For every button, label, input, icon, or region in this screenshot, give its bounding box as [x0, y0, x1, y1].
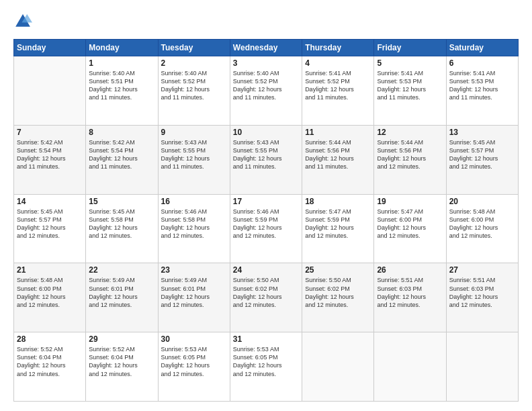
day-number: 6: [449, 58, 515, 68]
calendar-cell: 7Sunrise: 5:42 AM Sunset: 5:54 PM Daylig…: [14, 125, 86, 194]
day-info: Sunrise: 5:47 AM Sunset: 5:59 PM Dayligh…: [305, 208, 371, 240]
day-info: Sunrise: 5:44 AM Sunset: 5:56 PM Dayligh…: [305, 138, 371, 171]
day-number: 9: [161, 128, 227, 137]
day-info: Sunrise: 5:41 AM Sunset: 5:53 PM Dayligh…: [377, 69, 443, 102]
calendar-cell: 1Sunrise: 5:40 AM Sunset: 5:51 PM Daylig…: [86, 56, 158, 126]
day-number: 10: [233, 128, 299, 137]
day-number: 17: [233, 197, 299, 206]
day-info: Sunrise: 5:42 AM Sunset: 5:54 PM Dayligh…: [89, 138, 154, 171]
day-number: 7: [17, 128, 83, 137]
day-number: 15: [89, 197, 154, 206]
day-number: 19: [377, 197, 443, 206]
weekday-header: Wednesday: [230, 40, 302, 56]
weekday-header: Sunday: [14, 40, 86, 56]
calendar-cell: 19Sunrise: 5:47 AM Sunset: 6:00 PM Dayli…: [374, 194, 446, 263]
day-info: Sunrise: 5:46 AM Sunset: 5:58 PM Dayligh…: [161, 208, 227, 240]
calendar-cell: 25Sunrise: 5:50 AM Sunset: 6:02 PM Dayli…: [302, 263, 374, 332]
calendar-cell: 8Sunrise: 5:42 AM Sunset: 5:54 PM Daylig…: [86, 125, 158, 194]
calendar-cell: 9Sunrise: 5:43 AM Sunset: 5:55 PM Daylig…: [158, 125, 230, 194]
day-info: Sunrise: 5:52 AM Sunset: 6:04 PM Dayligh…: [17, 345, 83, 378]
calendar-cell: 10Sunrise: 5:43 AM Sunset: 5:55 PM Dayli…: [230, 125, 302, 194]
day-number: 23: [161, 265, 227, 275]
calendar-cell: 12Sunrise: 5:44 AM Sunset: 5:56 PM Dayli…: [374, 125, 446, 194]
day-number: 30: [161, 334, 227, 344]
day-info: Sunrise: 5:49 AM Sunset: 6:01 PM Dayligh…: [89, 276, 154, 309]
day-info: Sunrise: 5:45 AM Sunset: 5:57 PM Dayligh…: [17, 208, 83, 240]
calendar-cell: 26Sunrise: 5:51 AM Sunset: 6:03 PM Dayli…: [374, 263, 446, 332]
weekday-header: Monday: [86, 40, 158, 56]
day-info: Sunrise: 5:46 AM Sunset: 5:59 PM Dayligh…: [233, 208, 299, 240]
weekday-header: Saturday: [446, 40, 518, 56]
day-number: 26: [377, 265, 443, 275]
calendar-cell: [14, 56, 86, 126]
calendar-cell: 4Sunrise: 5:41 AM Sunset: 5:52 PM Daylig…: [302, 56, 374, 126]
weekday-header: Friday: [374, 40, 446, 56]
day-info: Sunrise: 5:40 AM Sunset: 5:52 PM Dayligh…: [161, 69, 227, 102]
day-number: 28: [17, 334, 83, 344]
day-info: Sunrise: 5:45 AM Sunset: 5:58 PM Dayligh…: [89, 208, 154, 240]
calendar-cell: 2Sunrise: 5:40 AM Sunset: 5:52 PM Daylig…: [158, 56, 230, 126]
day-info: Sunrise: 5:44 AM Sunset: 5:56 PM Dayligh…: [377, 138, 443, 171]
day-info: Sunrise: 5:51 AM Sunset: 6:03 PM Dayligh…: [377, 276, 443, 309]
weekday-header: Thursday: [302, 40, 374, 56]
calendar-cell: 27Sunrise: 5:51 AM Sunset: 6:03 PM Dayli…: [446, 263, 518, 332]
logo: [13, 12, 35, 31]
day-number: 27: [449, 265, 515, 275]
day-info: Sunrise: 5:40 AM Sunset: 5:52 PM Dayligh…: [233, 69, 299, 102]
day-number: 5: [377, 58, 443, 68]
calendar-week-row: 21Sunrise: 5:48 AM Sunset: 6:00 PM Dayli…: [14, 263, 519, 332]
day-info: Sunrise: 5:45 AM Sunset: 5:57 PM Dayligh…: [449, 138, 515, 171]
day-info: Sunrise: 5:40 AM Sunset: 5:51 PM Dayligh…: [89, 69, 154, 102]
day-info: Sunrise: 5:48 AM Sunset: 6:00 PM Dayligh…: [449, 208, 515, 240]
calendar-week-row: 1Sunrise: 5:40 AM Sunset: 5:51 PM Daylig…: [14, 56, 519, 126]
calendar-cell: [374, 332, 446, 402]
day-info: Sunrise: 5:51 AM Sunset: 6:03 PM Dayligh…: [449, 276, 515, 309]
day-number: 18: [305, 197, 371, 206]
calendar-week-row: 7Sunrise: 5:42 AM Sunset: 5:54 PM Daylig…: [14, 125, 519, 194]
day-info: Sunrise: 5:53 AM Sunset: 6:05 PM Dayligh…: [233, 345, 299, 378]
day-number: 8: [89, 128, 154, 137]
day-number: 31: [233, 334, 299, 344]
calendar-cell: 24Sunrise: 5:50 AM Sunset: 6:02 PM Dayli…: [230, 263, 302, 332]
day-number: 20: [449, 197, 515, 206]
calendar-cell: 13Sunrise: 5:45 AM Sunset: 5:57 PM Dayli…: [446, 125, 518, 194]
calendar-week-row: 14Sunrise: 5:45 AM Sunset: 5:57 PM Dayli…: [14, 194, 519, 263]
calendar-cell: [302, 332, 374, 402]
day-info: Sunrise: 5:47 AM Sunset: 6:00 PM Dayligh…: [377, 208, 443, 240]
day-number: 2: [161, 58, 227, 68]
day-number: 1: [89, 58, 154, 68]
calendar-cell: 21Sunrise: 5:48 AM Sunset: 6:00 PM Dayli…: [14, 263, 86, 332]
page: SundayMondayTuesdayWednesdayThursdayFrid…: [0, 0, 532, 411]
day-info: Sunrise: 5:50 AM Sunset: 6:02 PM Dayligh…: [233, 276, 299, 309]
day-info: Sunrise: 5:43 AM Sunset: 5:55 PM Dayligh…: [161, 138, 227, 171]
day-number: 22: [89, 265, 154, 275]
header: [13, 12, 519, 31]
day-number: 11: [305, 128, 371, 137]
calendar-cell: 6Sunrise: 5:41 AM Sunset: 5:53 PM Daylig…: [446, 56, 518, 126]
calendar-cell: 30Sunrise: 5:53 AM Sunset: 6:05 PM Dayli…: [158, 332, 230, 402]
day-info: Sunrise: 5:48 AM Sunset: 6:00 PM Dayligh…: [17, 276, 83, 309]
calendar-table: SundayMondayTuesdayWednesdayThursdayFrid…: [13, 39, 519, 402]
day-number: 16: [161, 197, 227, 206]
day-info: Sunrise: 5:42 AM Sunset: 5:54 PM Dayligh…: [17, 138, 83, 171]
calendar-cell: 16Sunrise: 5:46 AM Sunset: 5:58 PM Dayli…: [158, 194, 230, 263]
calendar-cell: 15Sunrise: 5:45 AM Sunset: 5:58 PM Dayli…: [86, 194, 158, 263]
calendar-week-row: 28Sunrise: 5:52 AM Sunset: 6:04 PM Dayli…: [14, 332, 519, 402]
weekday-header: Tuesday: [158, 40, 230, 56]
calendar-header-row: SundayMondayTuesdayWednesdayThursdayFrid…: [14, 40, 519, 56]
calendar-cell: [446, 332, 518, 402]
calendar-cell: 17Sunrise: 5:46 AM Sunset: 5:59 PM Dayli…: [230, 194, 302, 263]
calendar-cell: 28Sunrise: 5:52 AM Sunset: 6:04 PM Dayli…: [14, 332, 86, 402]
day-info: Sunrise: 5:43 AM Sunset: 5:55 PM Dayligh…: [233, 138, 299, 171]
calendar-cell: 18Sunrise: 5:47 AM Sunset: 5:59 PM Dayli…: [302, 194, 374, 263]
day-info: Sunrise: 5:41 AM Sunset: 5:52 PM Dayligh…: [305, 69, 371, 102]
day-info: Sunrise: 5:50 AM Sunset: 6:02 PM Dayligh…: [305, 276, 371, 309]
calendar-cell: 14Sunrise: 5:45 AM Sunset: 5:57 PM Dayli…: [14, 194, 86, 263]
day-number: 21: [17, 265, 83, 275]
calendar-cell: 5Sunrise: 5:41 AM Sunset: 5:53 PM Daylig…: [374, 56, 446, 126]
day-number: 3: [233, 58, 299, 68]
day-number: 13: [449, 128, 515, 137]
calendar-cell: 11Sunrise: 5:44 AM Sunset: 5:56 PM Dayli…: [302, 125, 374, 194]
calendar-cell: 29Sunrise: 5:52 AM Sunset: 6:04 PM Dayli…: [86, 332, 158, 402]
day-number: 29: [89, 334, 154, 344]
